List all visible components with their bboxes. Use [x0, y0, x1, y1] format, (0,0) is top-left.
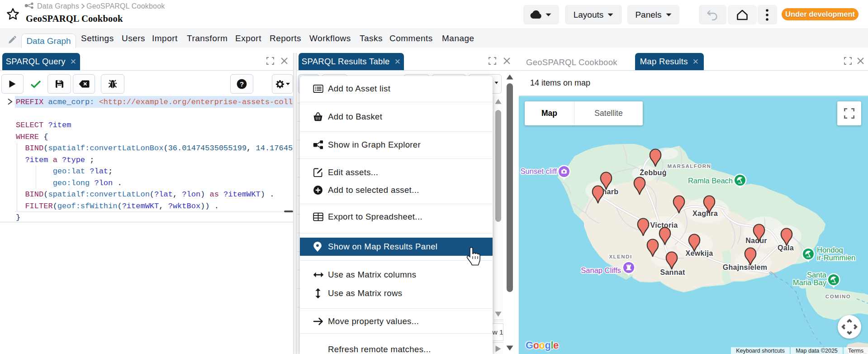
svg-text:Żebbuġ: Żebbuġ: [640, 169, 667, 177]
svg-text:Xewkija: Xewkija: [686, 249, 713, 257]
svg-text:Maria Bay: Maria Bay: [793, 278, 827, 287]
svg-text:COMINO: COMINO: [825, 294, 851, 299]
svg-text:XLENDI: XLENDI: [609, 254, 632, 259]
svg-text:Sanap Cliffs: Sanap Cliffs: [581, 266, 621, 274]
svg-text:Ghajnsielem: Ghajnsielem: [723, 263, 767, 271]
svg-text:Sannat: Sannat: [660, 268, 685, 276]
svg-text:Hondoq: Hondoq: [817, 246, 843, 254]
svg-text:Sunset cliff: Sunset cliff: [521, 167, 557, 175]
svg-text:MARSALFORN: MARSALFORN: [668, 163, 711, 169]
svg-text:Nadur: Nadur: [745, 237, 767, 244]
svg-text:Qala: Qala: [778, 244, 794, 252]
svg-text:Santa: Santa: [807, 271, 827, 279]
svg-text:Ramla Beach: Ramla Beach: [688, 177, 733, 185]
svg-text:ir-Rummien: ir-Rummien: [817, 254, 855, 262]
svg-text:?: ?: [240, 80, 244, 88]
svg-text:Xagħra: Xagħra: [693, 210, 718, 217]
